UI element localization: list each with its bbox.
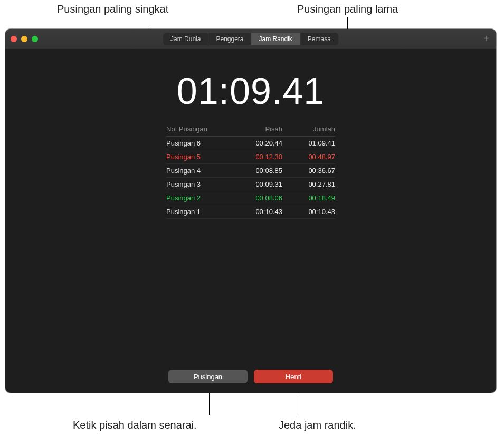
laps-table: No. Pusingan Pisah Jumlah Pusingan 600:2… <box>166 123 335 219</box>
lap-split: 00:08.06 <box>230 194 282 202</box>
lap-total: 01:09.41 <box>282 139 335 147</box>
footer-buttons: Pusingan Henti <box>168 370 333 383</box>
lap-split: 00:08.85 <box>230 167 282 175</box>
lap-total: 00:36.67 <box>282 167 335 175</box>
lap-total: 00:48.97 <box>282 153 335 161</box>
tab-stopwatch[interactable]: Jam Randik <box>252 33 300 45</box>
stopwatch-panel: 01:09.41 No. Pusingan Pisah Jumlah Pusin… <box>5 49 496 393</box>
lap-row: Pusingan 500:12.3000:48.97 <box>166 150 335 164</box>
lap-row: Pusingan 100:10.4300:10.43 <box>166 205 335 219</box>
titlebar: Jam Dunia Penggera Jam Randik Pemasa + <box>5 29 496 49</box>
callout-pause: Jeda jam randik. <box>279 419 356 431</box>
laps-body: Pusingan 600:20.4401:09.41Pusingan 500:1… <box>166 137 335 219</box>
header-total: Jumlah <box>282 125 335 133</box>
lap-name: Pusingan 3 <box>166 180 230 188</box>
minimize-button[interactable] <box>21 36 27 42</box>
header-split: Pisah <box>230 125 282 133</box>
tab-world-clock[interactable]: Jam Dunia <box>163 33 208 45</box>
lap-total: 00:10.43 <box>282 208 335 216</box>
tab-alarm[interactable]: Penggera <box>208 33 251 45</box>
lap-button[interactable]: Pusingan <box>168 370 248 383</box>
lap-name: Pusingan 4 <box>166 167 230 175</box>
lap-name: Pusingan 6 <box>166 139 230 147</box>
lap-name: Pusingan 1 <box>166 208 230 216</box>
callout-fastest-lap: Pusingan paling singkat <box>57 3 168 15</box>
tab-timer[interactable]: Pemasa <box>300 33 338 45</box>
lap-split: 00:09.31 <box>230 180 282 188</box>
laps-header-row: No. Pusingan Pisah Jumlah <box>166 123 335 137</box>
lap-row: Pusingan 300:09.3100:27.81 <box>166 178 335 191</box>
lap-name: Pusingan 2 <box>166 194 230 202</box>
stop-button[interactable]: Henti <box>254 370 333 383</box>
main-time-display: 01:09.41 <box>177 70 325 112</box>
lap-split: 00:12.30 <box>230 153 282 161</box>
lap-row: Pusingan 200:08.0600:18.49 <box>166 191 335 205</box>
lap-split: 00:10.43 <box>230 208 282 216</box>
lap-name: Pusingan 5 <box>166 153 230 161</box>
lap-row: Pusingan 400:08.8500:36.67 <box>166 164 335 178</box>
app-window: Jam Dunia Penggera Jam Randik Pemasa + 0… <box>5 29 496 393</box>
lap-split: 00:20.44 <box>230 139 282 147</box>
mode-segmented-control: Jam Dunia Penggera Jam Randik Pemasa <box>163 33 338 45</box>
lap-total: 00:27.81 <box>282 180 335 188</box>
add-button[interactable]: + <box>483 33 490 44</box>
header-lap-no: No. Pusingan <box>166 125 230 133</box>
fullscreen-button[interactable] <box>32 36 38 42</box>
callout-slowest-lap: Pusingan paling lama <box>297 3 398 15</box>
window-controls <box>11 36 38 42</box>
callout-split-list: Ketik pisah dalam senarai. <box>73 419 197 431</box>
lap-total: 00:18.49 <box>282 194 335 202</box>
close-button[interactable] <box>11 36 17 42</box>
lap-row: Pusingan 600:20.4401:09.41 <box>166 137 335 150</box>
